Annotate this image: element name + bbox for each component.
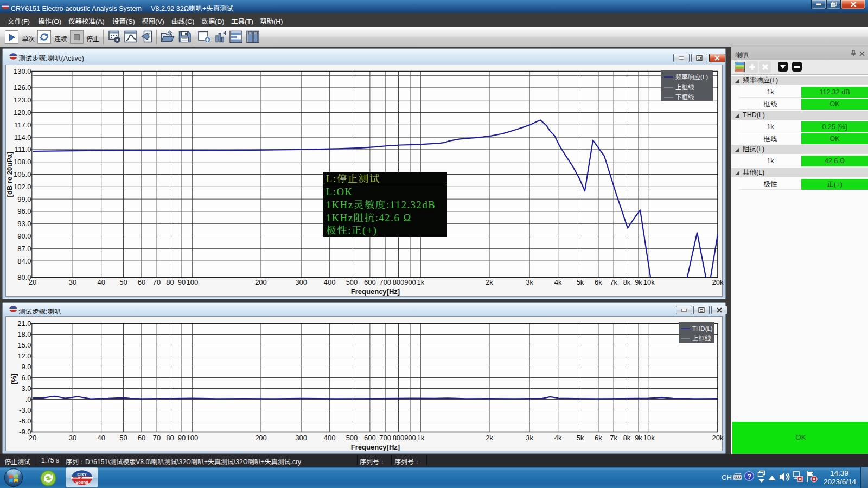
svg-text:Sound: Sound: [75, 480, 88, 485]
svg-text:?: ?: [747, 473, 751, 480]
svg-text:CRY: CRY: [77, 472, 87, 477]
